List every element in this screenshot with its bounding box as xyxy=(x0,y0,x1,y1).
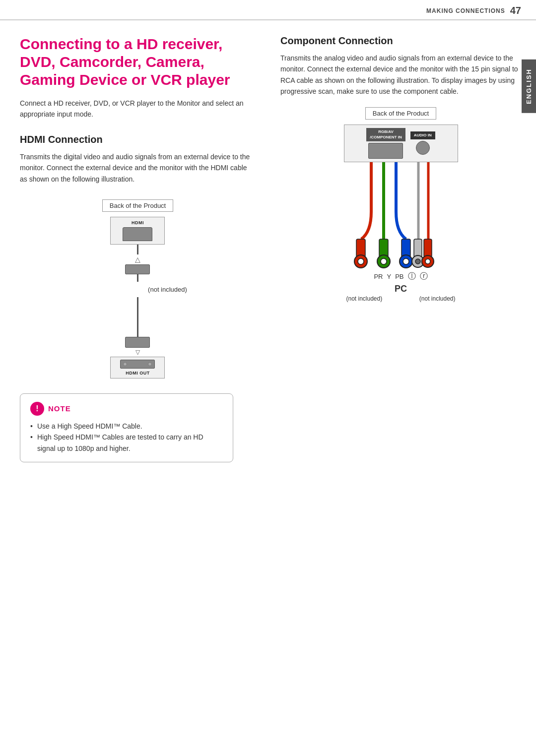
hdmi-out-slot xyxy=(120,360,155,369)
left-column: Connecting to a HD receiver, DVD, Camcor… xyxy=(20,35,270,462)
pr-label: PR xyxy=(374,273,383,280)
main-content: Connecting to a HD receiver, DVD, Camcor… xyxy=(0,20,536,477)
hdmi-arrow-up: △ xyxy=(135,255,140,263)
component-back-label: Back of the Product xyxy=(365,107,436,120)
component-diagram-container: Back of the Product RGB/AV /COMPONENT IN… xyxy=(280,107,521,306)
note-box: ! NOTE Use a High Speed HDMI™ Cable. Hig… xyxy=(20,393,233,462)
component-heading: Component Connection xyxy=(280,35,521,47)
hdmi-out-circle-right xyxy=(148,362,152,366)
language-tab: ENGLISH xyxy=(522,60,536,113)
note-item-2: High Speed HDMI™ Cables are tested to ca… xyxy=(30,432,223,454)
hdmi-back-label: Back of the Product xyxy=(102,199,173,212)
hdmi-diagram-container: Back of the Product HDMI △ (not included… xyxy=(20,194,256,378)
not-included-left: (not included) xyxy=(346,295,383,302)
audio-in-slot xyxy=(416,141,430,155)
hdmi-connector-top xyxy=(125,264,150,274)
hdmi-arrow-down: ▽ xyxy=(135,349,140,356)
svg-point-16 xyxy=(415,259,420,264)
hdmi-out-label: HDMI OUT xyxy=(126,371,150,376)
connector-labels-row: PR Y PB ⓛ ⓡ xyxy=(349,271,453,282)
rgb-label-area: RGB/AV /COMPONENT IN xyxy=(366,128,405,141)
pc-label: PC xyxy=(395,284,407,294)
audio-port-block: AUDIO IN xyxy=(410,131,435,155)
svg-rect-17 xyxy=(424,239,432,257)
right-column: Component Connection Transmits the analo… xyxy=(270,35,521,462)
component-in-slot xyxy=(368,143,403,159)
component-cables-svg xyxy=(341,162,461,271)
rgb-port-block: RGB/AV /COMPONENT IN xyxy=(366,128,405,159)
audio-symbol-l: ⓛ xyxy=(408,271,416,282)
main-title: Connecting to a HD receiver, DVD, Camcor… xyxy=(20,35,256,89)
hdmi-not-included: (not included) xyxy=(148,286,187,293)
hdmi-cable-assembly: △ (not included) ▽ xyxy=(118,245,157,357)
hdmi-out-box: HDMI OUT xyxy=(110,357,165,378)
hdmi-cable-body-2 xyxy=(137,322,138,337)
note-title-row: ! NOTE xyxy=(30,402,223,416)
y-label: Y xyxy=(387,273,392,280)
svg-point-19 xyxy=(425,259,430,264)
hdmi-connector-bottom xyxy=(125,337,150,348)
svg-point-10 xyxy=(381,258,387,264)
not-included-row: (not included) (not included) xyxy=(346,295,456,302)
hdmi-port-area: HDMI xyxy=(110,217,165,245)
audio-symbol-r: ⓡ xyxy=(420,271,428,282)
not-included-right: (not included) xyxy=(419,295,456,302)
svg-rect-5 xyxy=(356,239,365,257)
hdmi-line-2 xyxy=(137,274,138,282)
note-list: Use a High Speed HDMI™ Cable. High Speed… xyxy=(30,421,223,454)
note-heading: NOTE xyxy=(48,404,71,413)
section-name: MAKING CONNECTIONS xyxy=(426,7,505,14)
audio-in-label: AUDIO IN xyxy=(412,132,433,138)
audio-in-label-area: AUDIO IN xyxy=(410,131,435,139)
hdmi-port-label: HDMI xyxy=(132,220,144,225)
hdmi-diagram: Back of the Product HDMI △ (not included… xyxy=(102,199,173,378)
rgb-label-line2: /COMPONENT IN xyxy=(368,134,403,140)
svg-point-7 xyxy=(358,258,364,264)
hdmi-port-slot xyxy=(123,227,152,241)
intro-text: Connect a HD receiver, DVD, or VCR playe… xyxy=(20,98,256,120)
hdmi-line-1 xyxy=(137,245,138,254)
component-body: Transmits the analog video and audio sig… xyxy=(280,53,521,97)
note-icon: ! xyxy=(30,402,44,416)
hdmi-body: Transmits the digital video and audio si… xyxy=(20,151,256,185)
hdmi-out-circle-left xyxy=(123,362,127,366)
rgb-label-line1: RGB/AV xyxy=(368,129,403,135)
page-number: 47 xyxy=(510,5,521,16)
svg-point-13 xyxy=(403,258,409,264)
hdmi-heading: HDMI Connection xyxy=(20,134,256,145)
pb-label: PB xyxy=(395,273,403,280)
svg-rect-11 xyxy=(402,239,410,257)
svg-rect-14 xyxy=(414,239,422,257)
page-header: MAKING CONNECTIONS 47 xyxy=(0,0,536,20)
note-item-1: Use a High Speed HDMI™ Cable. xyxy=(30,421,223,432)
hdmi-cable-body xyxy=(137,297,138,322)
component-port-area: RGB/AV /COMPONENT IN AUDIO IN xyxy=(344,125,458,162)
svg-rect-8 xyxy=(379,239,388,257)
